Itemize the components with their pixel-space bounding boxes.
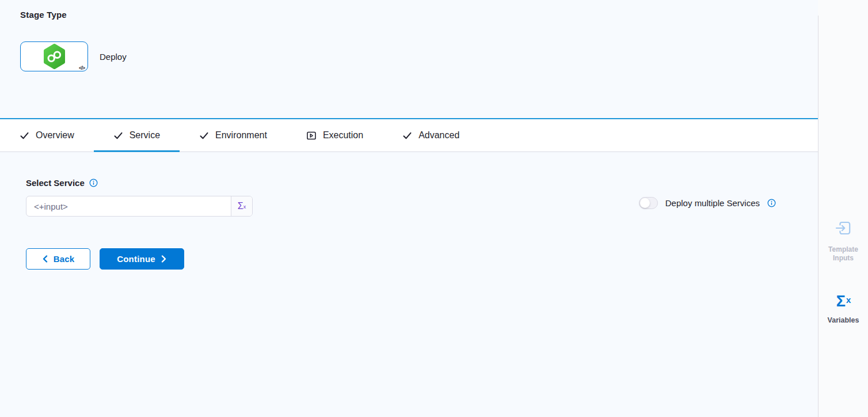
tab-environment[interactable]: Environment [180,119,287,151]
right-toolbar: Template Inputs Σx Variables [818,0,868,417]
stage-card-label: Deploy [100,52,127,62]
deploy-multiple-services-row: Deploy multiple Services [639,197,776,209]
tab-advanced[interactable]: Advanced [383,119,479,151]
select-service-label: Select Service [26,178,85,188]
tab-service[interactable]: Service [94,119,180,151]
continue-button[interactable]: Continue [100,248,184,270]
sigma-x-icon: Σ [238,201,243,211]
select-service-input-group: Σx [26,196,253,217]
code-icon: </> [79,65,85,71]
chevron-right-icon [161,255,167,263]
deploy-stage-card[interactable]: </> [20,41,88,71]
main-panel: Stage Type [0,0,818,417]
tab-label: Execution [323,130,363,141]
form-actions: Back Continue [26,248,818,270]
runtime-input-type-button[interactable]: Σx [231,196,252,216]
deploy-multiple-services-label: Deploy multiple Services [665,198,760,208]
variables-button[interactable]: Σx Variables [818,294,868,325]
check-icon [20,131,29,141]
check-icon [113,131,123,141]
selected-stage-row: </> Deploy [20,41,818,71]
play-box-icon [306,131,317,141]
stage-type-heading: Stage Type [20,10,818,20]
tab-label: Overview [36,130,74,141]
select-service-input[interactable] [26,196,231,216]
tab-label: Environment [215,130,267,141]
tab-label: Service [130,130,160,141]
deploy-multiple-services-toggle[interactable] [639,197,658,209]
select-service-label-row: Select Service [26,178,818,188]
template-inputs-button[interactable]: Template Inputs [818,219,868,263]
back-button[interactable]: Back [26,248,90,270]
check-icon [199,131,209,141]
template-inputs-label: Template Inputs [825,245,861,263]
template-inputs-icon [834,219,852,237]
stage-tabs: Overview Service Environment [0,119,818,152]
check-icon [402,131,412,141]
service-tab-content: Select Service Σx [0,152,818,417]
tab-label: Advanced [418,130,459,141]
stage-type-section: Stage Type [0,0,818,119]
variables-label: Variables [825,316,861,325]
info-icon[interactable] [767,199,776,207]
chevron-left-icon [42,255,48,263]
cd-hexagon-icon [43,44,66,69]
tab-overview[interactable]: Overview [0,119,94,151]
sigma-x-icon: Σx [836,294,851,309]
toggle-knob [640,198,650,208]
stage-configuration-page: Stage Type [0,0,868,417]
info-icon[interactable] [89,179,98,187]
tab-execution[interactable]: Execution [287,119,383,151]
